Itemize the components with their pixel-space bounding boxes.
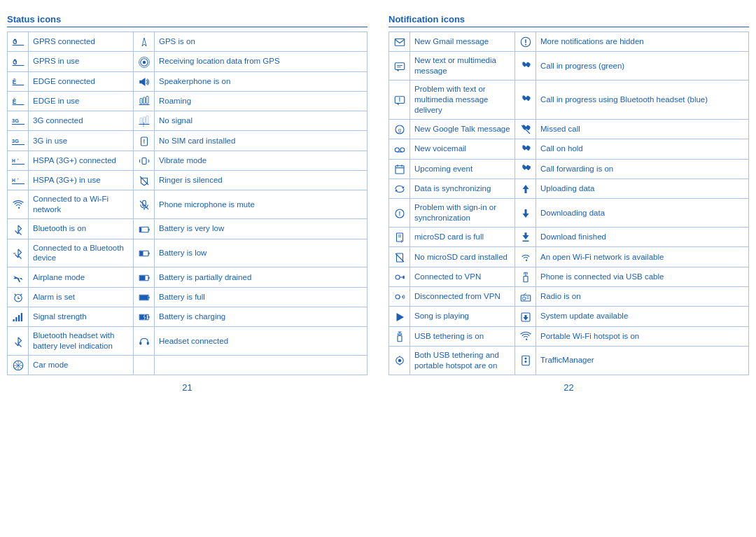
notif-icon-9-right	[515, 247, 536, 267]
notif-icon-11-right	[515, 286, 536, 306]
status-icon-15-left	[8, 356, 29, 375]
svg-text:!: !	[400, 239, 402, 244]
status-label-0-left: GPRS connected	[29, 32, 134, 52]
svg-rect-18	[140, 118, 142, 124]
status-icon-10-left	[8, 239, 29, 267]
status-label-15-left: Car mode	[29, 356, 134, 375]
status-icon-10-right	[134, 239, 155, 267]
notif-label-13-left: USB tethering is on	[410, 326, 515, 346]
notif-label-11-left: Disconnected from VPN	[410, 286, 515, 306]
table-row: 3G 3G connected ! No signal	[8, 111, 368, 131]
notif-label-2-left: Problem with text or multimedia message …	[410, 81, 515, 120]
notif-label-14-left: Both USB tethering and portable hotspot …	[410, 346, 515, 375]
pages-container: Status icons Ḡ GPRS connected GPS is on …	[7, 14, 749, 393]
status-icon-13-left	[8, 307, 29, 327]
status-icon-4-left: 3G	[8, 111, 29, 131]
status-label-4-left: 3G connected	[29, 111, 134, 131]
table-row: Connected to a Wi-Fi network Phone micro…	[8, 190, 368, 219]
notif-label-8-left: microSD card is full	[410, 228, 515, 247]
status-icon-14-left	[8, 327, 29, 356]
status-label-5-left: 3G in use	[29, 131, 134, 151]
svg-point-77	[395, 148, 399, 152]
page-21: Status icons Ḡ GPRS connected GPS is on …	[7, 14, 368, 393]
notif-label-1-left: New text or multimedia message	[410, 52, 515, 81]
notif-label-0-left: New Gmail message	[410, 32, 515, 52]
notif-icon-0-right	[515, 32, 536, 52]
status-label-1-right: Receiving location data from GPS	[155, 52, 368, 71]
status-icon-9-left	[8, 219, 29, 239]
svg-text:g: g	[398, 127, 400, 133]
svg-point-116	[397, 333, 398, 335]
status-label-9-right: Battery is very low	[155, 219, 368, 239]
notif-icon-2-right	[515, 81, 536, 120]
table-row: ! Problem with text or multimedia messag…	[389, 81, 749, 120]
table-row: H+ HSPA (3G+) in use Ringer is silenced	[8, 171, 368, 190]
svg-rect-53	[18, 315, 20, 321]
notif-label-9-left: No microSD card installed	[410, 247, 515, 267]
notif-icon-14-left	[389, 346, 410, 375]
notif-label-7-left: Problem with sign-in or synchronization	[410, 199, 515, 228]
notif-icon-13-right	[515, 326, 536, 346]
svg-marker-111	[396, 313, 404, 321]
svg-point-68	[525, 44, 526, 46]
notif-label-2-right: Call in progress using Bluetooth headset…	[536, 81, 749, 120]
svg-marker-86	[522, 185, 528, 193]
notif-icon-4-left	[389, 139, 410, 159]
status-icon-3-left: Ē	[8, 91, 29, 111]
status-label-2-left: EDGE connected	[29, 71, 134, 91]
notification-icons-table: New Gmail message More notifications are…	[388, 32, 749, 375]
svg-text:Ē: Ē	[12, 78, 16, 85]
svg-rect-80	[396, 166, 404, 174]
notif-label-10-right: Phone is connected via USB cable	[536, 267, 749, 286]
status-icon-11-right	[134, 267, 155, 287]
table-row: Car mode	[8, 356, 368, 375]
notif-icon-3-right	[515, 119, 536, 139]
status-label-3-left: EDGE in use	[29, 91, 134, 111]
notif-icon-1-left	[389, 52, 410, 81]
table-row: Ḡ GPRS connected GPS is on	[8, 32, 368, 52]
notif-label-12-left: Song is playing	[410, 307, 515, 326]
table-row: Ē EDGE in use Roaming	[8, 91, 368, 111]
status-icons-table: Ḡ GPRS connected GPS is on Ḡ GPRS in use…	[7, 32, 368, 375]
status-label-2-right: Speakerphone is on	[155, 71, 368, 91]
notif-label-0-right: More notifications are hidden	[536, 32, 749, 52]
notif-icon-7-left: !	[389, 199, 410, 228]
svg-text:!: !	[398, 97, 400, 103]
status-label-8-right: Phone microphone is mute	[155, 190, 368, 219]
notif-label-14-right: TrafficManager	[536, 346, 749, 375]
svg-point-124	[524, 358, 526, 360]
svg-rect-100	[402, 276, 404, 279]
status-label-4-right: No signal	[155, 111, 368, 131]
table-row: No microSD card installed An open Wi-Fi …	[389, 247, 749, 267]
svg-point-103	[396, 295, 400, 299]
status-label-3-right: Roaming	[155, 91, 368, 111]
notif-icon-10-right	[515, 267, 536, 286]
status-icon-9-right	[134, 219, 155, 239]
status-icon-2-right	[134, 71, 155, 91]
table-row: Signal strength Battery is charging	[8, 307, 368, 327]
svg-rect-45	[148, 277, 150, 279]
status-label-13-left: Signal strength	[29, 307, 134, 327]
notif-label-4-left: New voicemail	[410, 139, 515, 159]
status-label-0-right: GPS is on	[155, 32, 368, 52]
table-row: Airplane mode Battery is partially drain…	[8, 267, 368, 287]
svg-text:!: !	[142, 121, 144, 128]
table-row: USB tethering is on Portable Wi-Fi hotsp…	[389, 326, 749, 346]
svg-rect-42	[148, 253, 150, 255]
status-icon-6-right	[134, 151, 155, 170]
status-icon-7-left: H+	[8, 171, 29, 190]
table-row: Connected to a Bluetooth device Battery …	[8, 239, 368, 267]
notif-label-3-right: Missed call	[536, 119, 749, 139]
page-number-21: 21	[7, 382, 368, 393]
svg-point-5	[142, 60, 146, 64]
status-icon-6-left: H+	[8, 151, 29, 170]
svg-rect-69	[395, 63, 405, 70]
notification-icons-title: Notification icons	[388, 14, 749, 27]
svg-rect-105	[402, 295, 404, 299]
status-icon-12-right	[134, 287, 155, 307]
table-row: New Gmail message More notifications are…	[389, 32, 749, 52]
notif-icon-14-right	[515, 346, 536, 375]
table-row: Alarm is set Battery is full	[8, 287, 368, 307]
notif-label-6-left: Data is synchronizing	[410, 179, 515, 198]
notif-icon-9-left	[389, 247, 410, 267]
